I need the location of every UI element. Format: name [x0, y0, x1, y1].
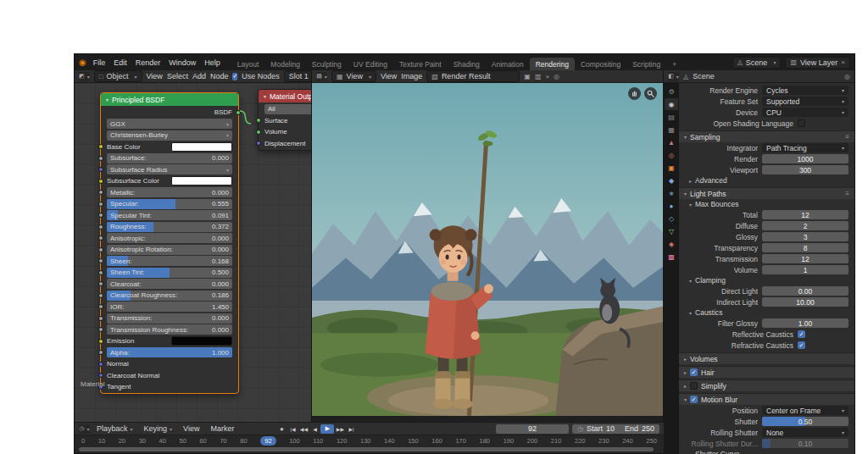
slot-dropdown[interactable]: Slot 1	[284, 70, 311, 82]
zoom-button[interactable]	[644, 87, 657, 100]
float-input-socket[interactable]	[98, 190, 103, 195]
frame-range-fields[interactable]: ◷ Start 10 End 250	[572, 424, 659, 434]
workspace-tab[interactable]: UV Editing	[348, 58, 393, 70]
refractive-caustics-checkbox[interactable]	[798, 341, 805, 349]
value-slider[interactable]: Sheen Tint: 0.500	[107, 268, 232, 278]
value-slider[interactable]: Sheen: 0.168	[107, 256, 232, 266]
current-frame-field[interactable]: 92	[496, 424, 569, 434]
tab-scene[interactable]: ▲	[665, 136, 678, 148]
subsurface-color-swatch[interactable]	[171, 176, 232, 185]
collapse-icon[interactable]: ▾	[106, 97, 108, 102]
reflective-caustics-checkbox[interactable]	[798, 330, 805, 338]
workspace-tab[interactable]: Animation	[486, 58, 530, 70]
caustics-subpanel-header[interactable]: ▾Caustics	[679, 307, 854, 318]
advanced-subpanel-header[interactable]: ▸Advanced	[679, 175, 854, 185]
use-nodes-checkbox[interactable]	[232, 73, 237, 80]
distribution-dropdown[interactable]: GGX▾	[107, 119, 232, 129]
workspace-tab-active[interactable]: Rendering	[530, 58, 575, 70]
topbar-menu[interactable]: Help	[200, 58, 225, 68]
timeline-ruler[interactable]: 01020304050607080 92 1001101201301401501…	[75, 435, 664, 446]
output-node-header[interactable]: ▾ Material Output	[259, 90, 311, 102]
view-menu[interactable]: View	[179, 424, 203, 434]
tab-world[interactable]: ◎	[665, 149, 678, 161]
workspace-tab[interactable]: Scripting	[626, 58, 666, 70]
shader-menu[interactable]: View	[147, 72, 163, 80]
tab-constraints[interactable]: ◇	[665, 213, 678, 224]
simplify-section-header[interactable]: ▸Simplify	[679, 379, 854, 391]
base-color-swatch[interactable]	[171, 142, 232, 152]
emission-swatch[interactable]	[171, 336, 232, 346]
play-reverse-button[interactable]: ◀	[309, 424, 320, 434]
float-input-socket[interactable]	[98, 258, 103, 263]
float-input-socket[interactable]	[98, 213, 103, 218]
tab-output[interactable]: ▤	[665, 111, 678, 123]
play-button[interactable]: ▶	[320, 424, 334, 434]
vector-input-socket[interactable]	[98, 373, 103, 378]
start-value[interactable]: 10	[606, 424, 615, 433]
topbar-menu[interactable]: Window	[164, 58, 200, 68]
alpha-slider[interactable]: Alpha: 1.000	[107, 347, 232, 357]
value-slider[interactable]: Anisotropic: 0.000	[107, 233, 232, 243]
tab-view-layer[interactable]: ▦	[665, 124, 678, 136]
displacement-input-socket[interactable]	[256, 141, 261, 146]
bounce-field[interactable]: 12	[762, 210, 849, 219]
rolling-shutter-dropdown[interactable]: None▾	[762, 428, 849, 437]
motion-blur-checkbox[interactable]	[690, 396, 698, 403]
workspace-tab[interactable]: Texture Paint	[393, 58, 448, 70]
subsurface-radius-socket[interactable]	[98, 167, 103, 172]
presets-icon[interactable]: ≡	[845, 190, 849, 197]
topbar-menu[interactable]: File	[89, 58, 110, 68]
sampling-section-header[interactable]: ▾Sampling ≡	[679, 130, 854, 142]
tab-tool[interactable]: ⚙	[665, 86, 678, 97]
workspace-tab[interactable]: +	[666, 58, 682, 70]
device-dropdown[interactable]: CPU▾	[762, 108, 849, 117]
editor-type-dropdown[interactable]: ◷	[79, 424, 90, 434]
current-frame-indicator[interactable]: 92	[260, 436, 275, 446]
emission-socket[interactable]	[98, 339, 103, 344]
marker-menu[interactable]: Marker	[206, 424, 238, 434]
scene-selector[interactable]: ◬ Scene	[732, 57, 782, 69]
subsurface-socket[interactable]	[98, 156, 103, 161]
workspace-tab[interactable]: Compositing	[575, 58, 626, 70]
float-input-socket[interactable]	[98, 316, 103, 321]
alpha-socket[interactable]	[98, 350, 103, 355]
float-input-socket[interactable]	[98, 202, 103, 207]
bounce-field[interactable]: 12	[762, 254, 849, 263]
image-editor-menu[interactable]: Image	[401, 72, 422, 80]
direct-light-field[interactable]: 0.00	[762, 286, 849, 296]
editor-type-dropdown[interactable]: ◧	[668, 72, 679, 81]
tab-particles[interactable]: ∗	[665, 187, 678, 199]
value-slider[interactable]: Clearcoat Roughness: 0.186	[107, 291, 232, 301]
hair-checkbox[interactable]	[690, 368, 698, 376]
image-datablock-selector[interactable]: ▧ Render Result	[426, 70, 520, 82]
material-output-node[interactable]: ▾ Material Output All Surface	[258, 89, 311, 151]
topbar-menu[interactable]: Render	[131, 58, 165, 68]
value-slider[interactable]: Anisotropic Rotation: 0.000	[107, 245, 232, 255]
float-input-socket[interactable]	[98, 224, 103, 230]
integrator-dropdown[interactable]: Path Tracing▾	[762, 143, 849, 152]
filter-glossy-field[interactable]: 1.00	[762, 318, 849, 328]
clamping-subpanel-header[interactable]: ▾Clamping	[679, 275, 854, 285]
workspace-tab[interactable]: Layout	[231, 58, 265, 70]
value-slider[interactable]: Specular Tint: 0.091	[107, 210, 232, 220]
bsdf-output-socket[interactable]	[236, 110, 241, 115]
motion-blur-section-header[interactable]: ▾Motion Blur	[679, 393, 854, 405]
indirect-light-field[interactable]: 10.00	[762, 297, 849, 307]
workspace-tab[interactable]: Shading	[448, 58, 486, 70]
scrollbar-thumb[interactable]	[79, 447, 654, 451]
hair-section-header[interactable]: ▸Hair	[679, 366, 854, 378]
rolling-shutter-duration-slider[interactable]: 0.10	[762, 439, 849, 448]
value-slider[interactable]: Transmission: 0.000	[107, 313, 232, 324]
remove-view-layer-icon[interactable]: ×	[841, 58, 845, 66]
tab-object[interactable]: ▣	[665, 162, 678, 174]
end-value[interactable]: 250	[642, 424, 654, 433]
next-keyframe-button[interactable]: ▶▶	[335, 424, 345, 434]
workspace-tab[interactable]: Modeling	[264, 58, 306, 70]
open-image-icon[interactable]: ▥	[535, 73, 542, 80]
playback-menu[interactable]: Playback	[92, 424, 137, 434]
bounce-field[interactable]: 2	[762, 221, 849, 230]
mb-position-dropdown[interactable]: Center on Frame▾	[762, 406, 849, 415]
osl-checkbox[interactable]	[798, 119, 805, 127]
shader-mode-dropdown[interactable]: □ Object	[94, 70, 142, 82]
editor-type-dropdown[interactable]: ◩	[79, 72, 90, 81]
